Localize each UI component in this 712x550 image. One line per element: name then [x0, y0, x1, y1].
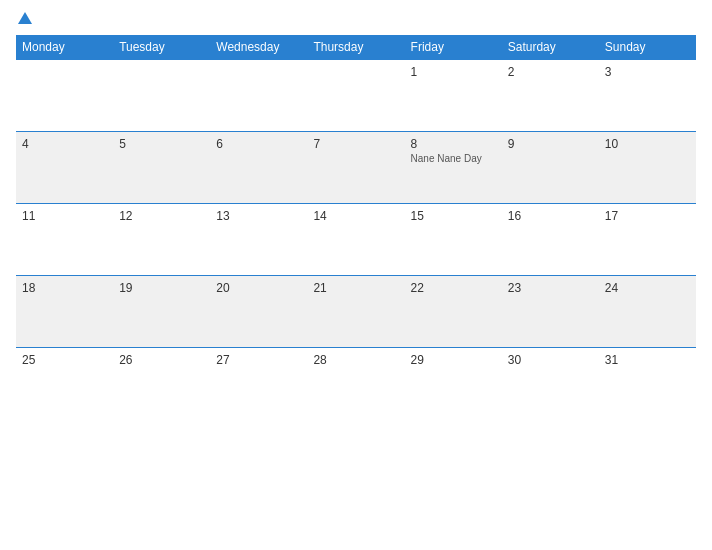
weekday-header-friday: Friday [405, 35, 502, 60]
calendar-cell: 2 [502, 60, 599, 132]
calendar-cell: 11 [16, 204, 113, 276]
day-number: 12 [119, 209, 204, 223]
calendar-week-row: 123 [16, 60, 696, 132]
calendar-cell: 7 [307, 132, 404, 204]
weekday-header-sunday: Sunday [599, 35, 696, 60]
calendar-cell [113, 60, 210, 132]
calendar-cell: 4 [16, 132, 113, 204]
calendar-cell: 25 [16, 348, 113, 420]
calendar-header [16, 12, 696, 25]
calendar-cell: 16 [502, 204, 599, 276]
day-number: 3 [605, 65, 690, 79]
day-number: 5 [119, 137, 204, 151]
day-number: 26 [119, 353, 204, 367]
day-number: 16 [508, 209, 593, 223]
calendar-cell: 24 [599, 276, 696, 348]
calendar-cell: 8Nane Nane Day [405, 132, 502, 204]
calendar-week-row: 11121314151617 [16, 204, 696, 276]
calendar-cell: 23 [502, 276, 599, 348]
day-number: 8 [411, 137, 496, 151]
calendar-cell: 26 [113, 348, 210, 420]
calendar-cell: 10 [599, 132, 696, 204]
day-number: 7 [313, 137, 398, 151]
calendar-cell: 15 [405, 204, 502, 276]
day-number: 19 [119, 281, 204, 295]
calendar-cell: 31 [599, 348, 696, 420]
calendar-cell [210, 60, 307, 132]
weekday-header-monday: Monday [16, 35, 113, 60]
day-number: 1 [411, 65, 496, 79]
day-number: 15 [411, 209, 496, 223]
calendar-cell: 20 [210, 276, 307, 348]
calendar-cell: 21 [307, 276, 404, 348]
calendar-page: MondayTuesdayWednesdayThursdayFridaySatu… [0, 0, 712, 550]
calendar-week-row: 18192021222324 [16, 276, 696, 348]
calendar-cell: 9 [502, 132, 599, 204]
calendar-cell: 17 [599, 204, 696, 276]
calendar-cell: 1 [405, 60, 502, 132]
calendar-cell [16, 60, 113, 132]
calendar-cell: 22 [405, 276, 502, 348]
calendar-cell: 28 [307, 348, 404, 420]
calendar-cell: 30 [502, 348, 599, 420]
day-number: 22 [411, 281, 496, 295]
day-number: 4 [22, 137, 107, 151]
day-number: 23 [508, 281, 593, 295]
calendar-cell: 27 [210, 348, 307, 420]
weekday-header-saturday: Saturday [502, 35, 599, 60]
logo-blue-part [16, 12, 32, 25]
calendar-event: Nane Nane Day [411, 153, 482, 164]
day-number: 29 [411, 353, 496, 367]
day-number: 24 [605, 281, 690, 295]
weekday-header-thursday: Thursday [307, 35, 404, 60]
day-number: 28 [313, 353, 398, 367]
calendar-cell: 5 [113, 132, 210, 204]
logo-triangle-icon [18, 12, 32, 24]
calendar-cell: 12 [113, 204, 210, 276]
day-number: 27 [216, 353, 301, 367]
calendar-week-row: 25262728293031 [16, 348, 696, 420]
day-number: 11 [22, 209, 107, 223]
day-number: 25 [22, 353, 107, 367]
day-number: 13 [216, 209, 301, 223]
day-number: 6 [216, 137, 301, 151]
calendar-cell: 13 [210, 204, 307, 276]
day-number: 18 [22, 281, 107, 295]
calendar-cell: 14 [307, 204, 404, 276]
calendar-cell: 3 [599, 60, 696, 132]
day-number: 30 [508, 353, 593, 367]
day-number: 17 [605, 209, 690, 223]
day-number: 31 [605, 353, 690, 367]
weekday-header-tuesday: Tuesday [113, 35, 210, 60]
calendar-cell: 29 [405, 348, 502, 420]
calendar-header-row: MondayTuesdayWednesdayThursdayFridaySatu… [16, 35, 696, 60]
calendar-week-row: 45678Nane Nane Day910 [16, 132, 696, 204]
day-number: 9 [508, 137, 593, 151]
calendar-cell: 18 [16, 276, 113, 348]
weekday-header-wednesday: Wednesday [210, 35, 307, 60]
calendar-table: MondayTuesdayWednesdayThursdayFridaySatu… [16, 35, 696, 420]
day-number: 20 [216, 281, 301, 295]
calendar-cell [307, 60, 404, 132]
logo [16, 12, 32, 25]
day-number: 21 [313, 281, 398, 295]
day-number: 14 [313, 209, 398, 223]
day-number: 10 [605, 137, 690, 151]
day-number: 2 [508, 65, 593, 79]
calendar-cell: 19 [113, 276, 210, 348]
calendar-cell: 6 [210, 132, 307, 204]
